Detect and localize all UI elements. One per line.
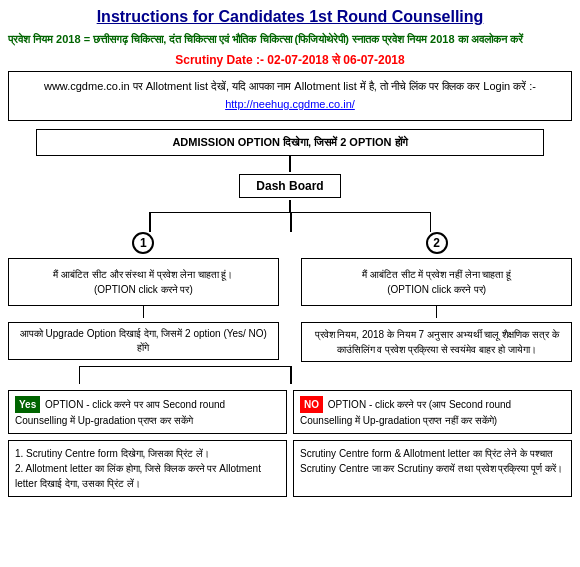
yes-no-hline <box>79 366 291 368</box>
circle-1: 1 <box>132 232 154 254</box>
options-row: 1 मैं आबंटित सीट और संस्था में प्रवेश ले… <box>8 232 572 362</box>
subtitle: प्रवेश नियम 2018 = छत्तीसगढ़ चिकित्सा, द… <box>8 32 572 47</box>
scrutiny-date: Scrutiny Date :- 02-07-2018 से 06-07-201… <box>8 53 572 67</box>
center-vline <box>290 212 292 232</box>
yes-box: Yes OPTION - click करने पर आप Second rou… <box>8 390 287 434</box>
bottom-left-box: 1. Scrutiny Centre form दिखेगा, जिसका प्… <box>8 440 287 497</box>
page-title: Instructions for Candidates 1st Round Co… <box>8 8 572 26</box>
option2-result-box: प्रवेश नियम, 2018 के नियम 7 अनुसार अभ्यर… <box>301 322 572 362</box>
dashboard-box: Dash Board <box>239 174 340 198</box>
arrow-to-dashboard <box>289 156 291 172</box>
yes-badge: Yes <box>15 396 40 413</box>
option2-box: मैं आबंटित सीट में प्रवेश नहीं लेना चाहत… <box>301 258 572 306</box>
no-badge: NO <box>300 396 323 413</box>
info-box: www.cgdme.co.in पर Allotment list देखें,… <box>8 71 572 120</box>
bottom-row: 1. Scrutiny Centre form दिखेगा, जिसका प्… <box>8 440 572 497</box>
option2-result-text: प्रवेश नियम, 2018 के नियम 7 अनुसार अभ्यर… <box>315 329 559 355</box>
option2-col: 2 मैं आबंटित सीट में प्रवेश नहीं लेना चा… <box>301 232 572 362</box>
yes-vline <box>79 366 81 384</box>
admission-option-box: ADMISSION OPTION दिखेगा, जिसमें 2 OPTION… <box>36 129 544 156</box>
no-vline <box>290 366 292 384</box>
option1-text2: (OPTION click करने पर) <box>94 282 193 297</box>
info-link[interactable]: http://neehug.cgdme.co.in/ <box>225 98 355 110</box>
no-text: OPTION - click करने पर (आप Second round … <box>300 399 511 426</box>
yes-no-row: Yes OPTION - click करने पर आप Second rou… <box>8 390 572 434</box>
circle-2: 2 <box>426 232 448 254</box>
info-line1: www.cgdme.co.in पर Allotment list देखें,… <box>44 80 536 92</box>
option2-text1: मैं आबंटित सीट में प्रवेश नहीं लेना चाहत… <box>362 267 511 282</box>
upgrade-text: आपको Upgrade Option दिखाई देगा, जिसमें 2… <box>20 328 267 353</box>
yes-no-connector <box>8 366 572 384</box>
right-branch-vline <box>430 212 432 232</box>
h-split-line <box>149 212 431 214</box>
option1-text1: मैं आबंटित सीट और संस्था में प्रवेश लेना… <box>53 267 233 282</box>
dashboard-wrapper: Dash Board <box>8 174 572 198</box>
option1-col: 1 मैं आबंटित सीट और संस्था में प्रवेश ले… <box>8 232 279 360</box>
left-branch-vline <box>149 212 151 232</box>
option1-arrow <box>143 306 145 318</box>
arrow-from-dashboard <box>289 200 291 212</box>
bottom-right-text: Scrutiny Centre form & Allotment letter … <box>300 448 563 474</box>
yes-text: OPTION - click करने पर आप Second round C… <box>15 399 225 426</box>
flowchart: ADMISSION OPTION दिखेगा, जिसमें 2 OPTION… <box>8 129 572 497</box>
option2-text2: (OPTION click करने पर) <box>387 282 486 297</box>
upgrade-box: आपको Upgrade Option दिखाई देगा, जिसमें 2… <box>8 322 279 360</box>
no-box: NO OPTION - click करने पर (आप Second rou… <box>293 390 572 434</box>
option1-box: मैं आबंटित सीट और संस्था में प्रवेश लेना… <box>8 258 279 306</box>
bottom-left-item1: 1. Scrutiny Centre form दिखेगा, जिसका प्… <box>15 446 280 461</box>
split-connector <box>8 212 572 232</box>
bottom-left-item2: 2. Allotment letter का लिंक होगा, जिसे क… <box>15 461 280 491</box>
bottom-right-box: Scrutiny Centre form & Allotment letter … <box>293 440 572 497</box>
option2-arrow <box>436 306 438 318</box>
